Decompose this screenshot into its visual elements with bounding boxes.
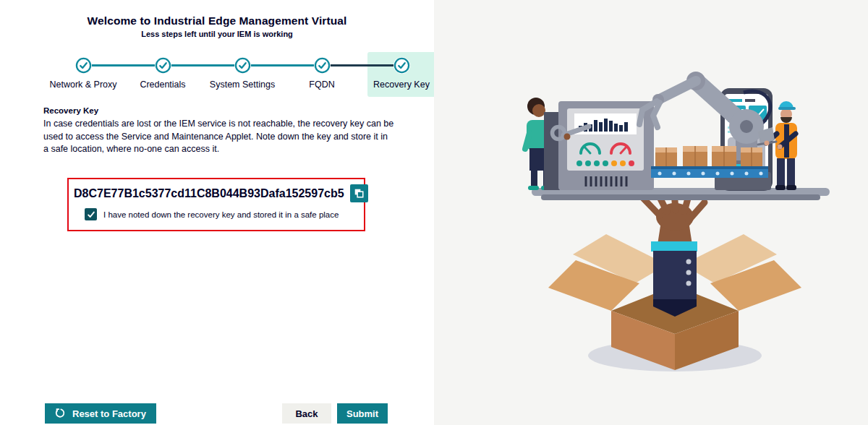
reset-arrow-icon (55, 408, 67, 419)
submit-button[interactable]: Submit (337, 403, 388, 424)
step-label: FQDN (309, 80, 334, 90)
page-subtitle: Less steps left until your IEM is workin… (0, 30, 434, 38)
recovery-confirm-checkbox[interactable] (85, 208, 97, 220)
back-button[interactable]: Back (282, 403, 331, 424)
machine-cabinet (544, 101, 654, 190)
stepper: Network & Proxy Credentials System Setti… (43, 52, 434, 97)
check-circle-icon (75, 57, 92, 74)
key-row: D8C7E77B1c5377cd11C8B044B93Dafa152597cb5 (69, 179, 364, 202)
conveyor-belt (651, 146, 768, 178)
step-fqdn[interactable]: FQDN (282, 52, 362, 90)
conveyor-boxes (655, 146, 762, 166)
step-label: Network & Proxy (49, 80, 116, 90)
illustration-panel (434, 0, 868, 425)
checkmark-icon (87, 210, 95, 219)
recovery-description: In case credentials are lost or the IEM … (43, 118, 395, 156)
section-heading: Recovery Key (43, 106, 98, 115)
steps-row: Network & Proxy Credentials System Setti… (43, 52, 434, 90)
recovery-key-value: D8C7E77B1c5377cd11C8B044B93Dafa152597cb5 (74, 187, 344, 200)
setup-wizard-window: Welcome to Industrial Edge Management Vi… (0, 0, 868, 425)
page-title: Welcome to Industrial Edge Management Vi… (0, 14, 434, 27)
copy-icon (353, 187, 365, 199)
recovery-key-panel: D8C7E77B1c5377cd11C8B044B93Dafa152597cb5… (67, 178, 365, 231)
wizard-panel: Welcome to Industrial Edge Management Vi… (0, 0, 434, 425)
checkbox-label: I have noted down the recovery key and s… (103, 210, 339, 219)
check-circle-icon (234, 57, 251, 74)
step-system-settings[interactable]: System Settings (203, 52, 282, 90)
check-circle-icon (393, 57, 410, 74)
copy-button[interactable] (350, 184, 368, 202)
sleeve (653, 251, 697, 303)
check-circle-icon (155, 57, 171, 74)
factory-unboxing-illustration (434, 0, 868, 425)
machine-vents (586, 176, 626, 186)
reset-button-label: Reset to Factory (72, 408, 146, 419)
step-label: System Settings (210, 80, 275, 90)
step-recovery-key[interactable]: Recovery Key (362, 52, 434, 90)
checkbox-row: I have noted down the recovery key and s… (69, 208, 364, 220)
step-credentials[interactable]: Credentials (123, 52, 203, 90)
reset-to-factory-button[interactable]: Reset to Factory (45, 403, 156, 424)
sleeve-cuff (651, 241, 697, 252)
step-network-proxy[interactable]: Network & Proxy (43, 52, 123, 90)
check-circle-icon (314, 57, 331, 74)
step-label: Credentials (140, 80, 185, 90)
step-label: Recovery Key (373, 80, 430, 90)
